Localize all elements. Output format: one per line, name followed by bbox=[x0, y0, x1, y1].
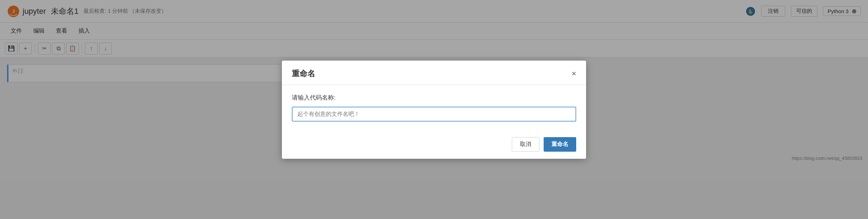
modal-title: 重命名 bbox=[292, 68, 315, 79]
modal-header: 重命名 × bbox=[282, 61, 586, 85]
cancel-button[interactable]: 取消 bbox=[512, 137, 539, 152]
modal-body: 请输入代码名称: bbox=[282, 85, 586, 130]
filename-input[interactable] bbox=[292, 107, 576, 122]
modal-footer: 取消 重命名 bbox=[282, 130, 586, 159]
rename-modal: 重命名 × 请输入代码名称: 取消 重命名 bbox=[282, 61, 586, 159]
modal-input-label: 请输入代码名称: bbox=[292, 94, 576, 102]
modal-close-button[interactable]: × bbox=[572, 70, 576, 78]
rename-confirm-button[interactable]: 重命名 bbox=[544, 137, 576, 152]
modal-overlay: 重命名 × 请输入代码名称: 取消 重命名 bbox=[0, 0, 868, 219]
